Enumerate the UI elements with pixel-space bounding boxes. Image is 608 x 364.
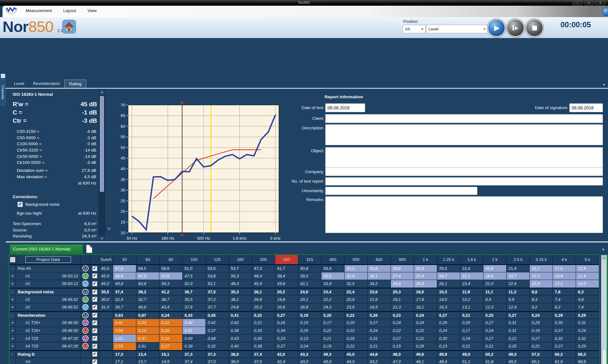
info-panel-scrollbar[interactable]: ▲ ▼ xyxy=(99,89,105,242)
row-checkbox[interactable]: ✔ xyxy=(92,266,97,271)
row-1-09-50-12-label[interactable]: #109:50:12 xyxy=(16,272,81,280)
panel-collapse-icon[interactable]: ▾ xyxy=(603,82,605,87)
row-checkbox[interactable]: ✔ xyxy=(92,281,97,286)
status-smiley-green-icon[interactable] xyxy=(81,272,90,280)
row-a-label[interactable]: #A xyxy=(16,358,81,364)
expand-icon[interactable]: + xyxy=(10,335,16,342)
tab-reverberation[interactable]: Reverberation xyxy=(29,80,64,88)
status-smiley-white-icon[interactable] xyxy=(81,311,90,319)
scrollbar-thumb[interactable] xyxy=(100,96,104,192)
sidebar-tab-channels[interactable]: Channels xyxy=(0,79,6,105)
rating-chart: 7065605550454035302520151050 Hz160 Hz500… xyxy=(111,98,290,246)
row-rating-d-label[interactable]: Rating D xyxy=(16,350,81,358)
status-smiley-green-icon[interactable] xyxy=(81,296,90,303)
collapse-icon[interactable]: - xyxy=(10,264,16,272)
row-checkbox[interactable]: ✔ xyxy=(92,273,97,278)
cell-80: 47,6 xyxy=(159,272,183,280)
cell-630: 0,24 xyxy=(368,327,391,335)
start-measurement-button[interactable]: ▶ xyxy=(488,20,505,36)
uncertainty-input[interactable] xyxy=(325,187,477,195)
row-2-09-50-12-label[interactable]: #209:50:12 xyxy=(16,280,81,288)
current-dataset-tab[interactable]: Current (ISO 16283-1 Normal) xyxy=(10,244,83,254)
collapse-icon[interactable]: - xyxy=(10,288,16,296)
background-noise-checkbox[interactable]: ✔ xyxy=(17,202,23,207)
help-sphere-icon[interactable] xyxy=(602,8,608,16)
home-icon[interactable] xyxy=(62,20,76,35)
row-checkbox[interactable]: ✔ xyxy=(92,352,97,357)
client-input[interactable] xyxy=(325,114,603,123)
stop-icon xyxy=(532,26,537,30)
tab-rating[interactable]: Rating xyxy=(64,80,86,88)
test-report-no-input[interactable] xyxy=(325,177,603,185)
scroll-up-icon[interactable]: ▲ xyxy=(99,90,105,95)
status-smiley-blue-icon[interactable] xyxy=(81,303,90,311)
row-2-09-45-52-label[interactable]: #209:45:52 xyxy=(16,303,81,311)
stop-measurement-button[interactable] xyxy=(526,20,543,36)
menu-layout[interactable]: Layout xyxy=(63,8,76,13)
cell-50: 0,63 xyxy=(113,311,136,319)
maximize-button[interactable]: □ xyxy=(584,1,594,5)
row-1-09-45-52-label[interactable]: #109:45:52 xyxy=(16,296,81,303)
company-input[interactable] xyxy=(325,167,603,176)
cell-100: 37,3 xyxy=(183,350,206,358)
cell-800: 29,8 xyxy=(391,280,414,288)
close-button[interactable]: × xyxy=(595,1,605,5)
row-checkbox[interactable]: ✔ xyxy=(92,305,97,310)
status-smiley-purple-icon[interactable] xyxy=(81,335,90,342)
expand-icon[interactable]: + xyxy=(10,303,16,311)
row-4-t20-09-47-20-label[interactable]: #4 T2009:47:20 xyxy=(16,342,81,350)
description-input[interactable] xyxy=(325,124,603,145)
scroll-down-icon[interactable]: ▼ xyxy=(99,236,105,241)
date-of-test-input[interactable] xyxy=(325,103,365,112)
row-reverberation-label[interactable]: Reverberation xyxy=(16,311,81,319)
minimize-button[interactable]: – xyxy=(572,1,583,5)
row-pos-a-label[interactable]: Pos #A xyxy=(16,264,81,272)
row-label: Background noise xyxy=(18,289,54,294)
row-checkbox[interactable]: ✔ xyxy=(92,289,97,295)
collapse-icon[interactable]: - xyxy=(10,311,16,319)
expand-icon[interactable]: + xyxy=(10,327,16,335)
row-background-noise-label[interactable]: Background noise xyxy=(16,288,81,296)
row-checkbox[interactable]: ✔ xyxy=(92,320,97,325)
remarks-input[interactable] xyxy=(325,196,603,233)
row-1-t20-09-46-50-label[interactable]: #1 T20+09:46:50 xyxy=(16,319,81,327)
row-checkbox[interactable]: ✔ xyxy=(92,297,97,302)
status-smiley-purple-icon[interactable] xyxy=(81,319,90,327)
expand-icon[interactable]: + xyxy=(10,296,16,303)
scroll-up-icon[interactable]: ▲ xyxy=(601,255,607,260)
row-2-t20-09-46-50-label[interactable]: #2 T20+09:46:50 xyxy=(16,327,81,335)
row-checkbox[interactable]: ✔ xyxy=(92,344,97,349)
row-3-t20-09-47-20-label[interactable]: #3 T2009:47:20 xyxy=(16,335,81,342)
geometry-value: Receiving:24,3 m³ xyxy=(13,234,96,240)
display-mode-select[interactable]: Level ▼ xyxy=(426,25,488,33)
row-checkbox[interactable]: ✔ xyxy=(92,359,97,364)
object-input[interactable] xyxy=(325,147,603,168)
row-checkbox[interactable]: ✔ xyxy=(92,313,97,318)
expand-icon[interactable]: + xyxy=(10,272,16,280)
expand-icon[interactable]: + xyxy=(10,342,16,350)
new-report-document-icon[interactable] xyxy=(86,245,92,253)
menu-measurement[interactable]: Measurement xyxy=(26,8,52,13)
menu-view[interactable]: View xyxy=(87,8,97,13)
date-of-signature-input[interactable] xyxy=(569,103,603,112)
status-smiley-blue-icon[interactable] xyxy=(81,280,90,288)
status-smiley-red-icon[interactable] xyxy=(81,327,90,335)
collapse-icon[interactable]: - xyxy=(10,350,16,358)
expand-icon[interactable]: + xyxy=(10,319,16,327)
expand-icon[interactable]: + xyxy=(10,280,16,288)
table-options-chevron-icon[interactable]: ▾ xyxy=(602,247,604,252)
scrollbar-thumb[interactable] xyxy=(602,349,606,364)
position-select[interactable]: #A ▼ xyxy=(403,25,426,33)
collapse-ribbon-icon[interactable]: ▾ xyxy=(591,9,593,13)
cell-50: 0,55 xyxy=(113,342,136,350)
status-smiley-red-icon[interactable] xyxy=(81,342,90,350)
row-checkbox[interactable]: ✔ xyxy=(92,336,97,341)
row-checkbox[interactable]: ✔ xyxy=(92,328,97,333)
pause-resume-button[interactable]: ▶ xyxy=(507,20,524,36)
status-smiley-white-icon[interactable] xyxy=(81,264,90,272)
status-smiley-white-icon[interactable] xyxy=(81,288,90,296)
cell-1-6-k: 10,2 xyxy=(460,296,483,303)
table-scrollbar[interactable]: ▲ ▼ xyxy=(601,255,607,364)
row-checkbox-cell: ✔ xyxy=(90,280,99,288)
tab-level[interactable]: Level xyxy=(10,80,29,88)
